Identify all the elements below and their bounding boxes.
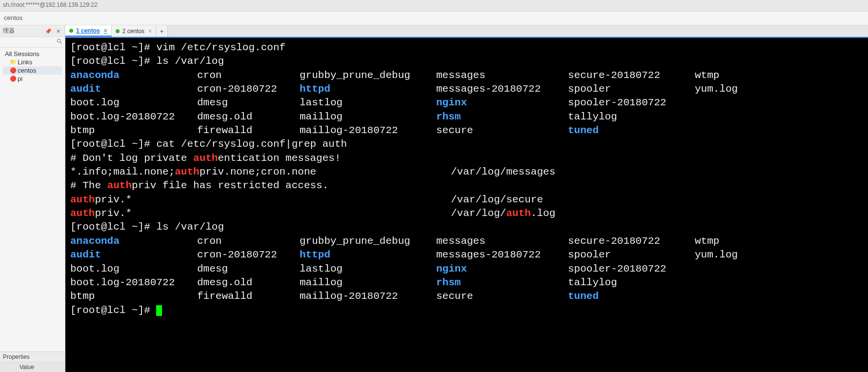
- ls-entry: messages-20180722: [436, 248, 568, 262]
- ls-entry: audit: [70, 82, 197, 96]
- prompt-line: [root@lcl ~]# cat /etc/rsyslog.conf|grep…: [70, 137, 863, 151]
- sidebar-item-label: pi: [18, 75, 22, 82]
- ls-entry: tallylog: [568, 276, 695, 290]
- tab-label: 2 centos: [122, 28, 144, 35]
- status-dot-icon: [69, 29, 73, 33]
- ls-entry: tuned: [568, 290, 695, 303]
- sidebar-item-label: Links: [18, 59, 32, 66]
- grep-line: # The authpriv file has restricted acces…: [70, 179, 863, 193]
- sidebar-item-centos[interactable]: 🔴centos: [3, 66, 62, 75]
- ls-entry: maillog-20180722: [300, 290, 436, 303]
- ls-entry: lastlog: [300, 262, 436, 276]
- prompt-line: [root@lcl ~]# ls /var/log: [70, 55, 863, 68]
- pin-icon[interactable]: 📌: [43, 28, 53, 34]
- ls-entry: secure: [436, 124, 568, 137]
- search-icon: [56, 38, 63, 45]
- close-icon[interactable]: ✕: [55, 28, 62, 34]
- ls-entry: wtmp: [695, 235, 763, 248]
- new-tab-button[interactable]: +: [156, 25, 168, 37]
- session-icon: 🔴: [10, 67, 16, 74]
- ls-row: btmpfirewalldmaillog-20180722securetuned: [70, 124, 863, 137]
- session-icon: 🔴: [10, 76, 16, 82]
- ls-entry: anaconda: [70, 69, 197, 82]
- ls-entry: grubby_prune_debug: [300, 69, 436, 82]
- ls-row: boot.logdmesglastlognginxspooler-2018072…: [70, 262, 863, 276]
- sidebar-search[interactable]: [0, 37, 65, 48]
- ls-entry: dmesg: [197, 96, 300, 110]
- tab-2-centos[interactable]: 2 centos×: [112, 25, 156, 37]
- ls-entry: spooler-20180722: [568, 262, 695, 276]
- sidebar-item-Links[interactable]: 📁Links: [3, 58, 62, 66]
- ls-entry: maillog: [300, 276, 436, 290]
- ls-entry: spooler: [568, 248, 695, 262]
- ls-row: anacondacrongrubby_prune_debugmessagesse…: [70, 69, 863, 82]
- ls-entry: nginx: [436, 262, 568, 276]
- sidebar-header-label: 理器: [3, 27, 15, 35]
- ls-entry: cron-20180722: [197, 248, 300, 262]
- prompt-line: [root@lcl ~]# vim /etc/rsyslog.conf: [70, 41, 863, 55]
- ls-entry: maillog: [300, 110, 436, 124]
- sidebar-item-label: centos: [18, 67, 36, 74]
- terminal[interactable]: [root@lcl ~]# vim /etc/rsyslog.conf[root…: [65, 37, 868, 372]
- ls-entry: messages: [436, 69, 568, 82]
- ls-entry: maillog-20180722: [300, 124, 436, 137]
- ls-entry: tallylog: [568, 110, 695, 124]
- ls-entry: btmp: [70, 290, 197, 303]
- tab-close-icon[interactable]: ×: [103, 27, 107, 34]
- ls-entry: cron-20180722: [197, 82, 300, 96]
- properties-header: Properties: [0, 352, 65, 362]
- window-titlebar: sh://root:******@192.168.139.129:22: [0, 0, 868, 12]
- session-sidebar: 理器 📌 ✕ All Sessions 📁Links🔴centos🔴pi Pro…: [0, 25, 65, 372]
- breadcrumb: centos: [0, 12, 868, 25]
- ls-entry: cron: [197, 235, 300, 248]
- ls-entry: messages: [436, 235, 568, 248]
- cursor: [156, 305, 162, 316]
- properties-panel: Properties Value: [0, 352, 65, 372]
- ls-entry: boot.log: [70, 96, 197, 110]
- ls-entry: yum.log: [695, 248, 763, 262]
- ls-entry: tuned: [568, 124, 695, 137]
- session-tree: All Sessions 📁Links🔴centos🔴pi: [0, 48, 65, 352]
- grep-line: *.info;mail.none;authpriv.none;cron.none…: [70, 165, 863, 179]
- breadcrumb-text: centos: [4, 14, 22, 21]
- ls-entry: rhsm: [436, 276, 568, 290]
- ls-entry: httpd: [300, 82, 436, 96]
- ls-entry: boot.log-20180722: [70, 110, 197, 124]
- ls-entry: nginx: [436, 96, 568, 110]
- folder-icon: 📁: [10, 59, 16, 65]
- ls-entry: httpd: [300, 248, 436, 262]
- ls-row: boot.log-20180722dmesg.oldmaillogrhsmtal…: [70, 110, 863, 124]
- ls-entry: anaconda: [70, 235, 197, 248]
- ls-entry: btmp: [70, 124, 197, 137]
- ls-entry: boot.log-20180722: [70, 276, 197, 290]
- ls-entry: dmesg.old: [197, 110, 300, 124]
- sidebar-header: 理器 📌 ✕: [0, 25, 65, 37]
- ls-entry: firewalld: [197, 124, 300, 137]
- properties-value-header: Value: [0, 362, 65, 372]
- ls-entry: firewalld: [197, 290, 300, 303]
- tab-label: 1 centos: [76, 27, 100, 34]
- ls-entry: audit: [70, 248, 197, 262]
- tab-close-icon[interactable]: ×: [147, 28, 152, 35]
- ls-entry: spooler-20180722: [568, 96, 695, 110]
- sessions-label: All Sessions: [5, 50, 40, 58]
- ls-entry: grubby_prune_debug: [300, 235, 436, 248]
- ls-entry: boot.log: [70, 262, 197, 276]
- ls-entry: lastlog: [300, 96, 436, 110]
- ls-entry: cron: [197, 69, 300, 82]
- ls-entry: secure-20180722: [568, 69, 695, 82]
- ls-entry: dmesg: [197, 262, 300, 276]
- grep-line: authpriv.*/var/log/auth.log: [70, 207, 863, 220]
- ls-row: boot.logdmesglastlognginxspooler-2018072…: [70, 96, 863, 110]
- ls-entry: secure: [436, 290, 568, 303]
- ls-row: anacondacrongrubby_prune_debugmessagesse…: [70, 235, 863, 248]
- ls-row: btmpfirewalldmaillog-20180722securetuned: [70, 290, 863, 303]
- ls-row: auditcron-20180722httpdmessages-20180722…: [70, 82, 863, 96]
- tab-1-centos[interactable]: 1 centos×: [65, 25, 112, 37]
- tree-all-sessions[interactable]: All Sessions: [3, 50, 62, 58]
- grep-line: authpriv.*/var/log/secure: [70, 193, 863, 207]
- prompt-line: [root@lcl ~]#: [70, 304, 863, 317]
- window-title: sh://root:******@192.168.139.129:22: [3, 1, 98, 8]
- ls-row: boot.log-20180722dmesg.oldmaillogrhsmtal…: [70, 276, 863, 290]
- sidebar-item-pi[interactable]: 🔴pi: [3, 75, 62, 83]
